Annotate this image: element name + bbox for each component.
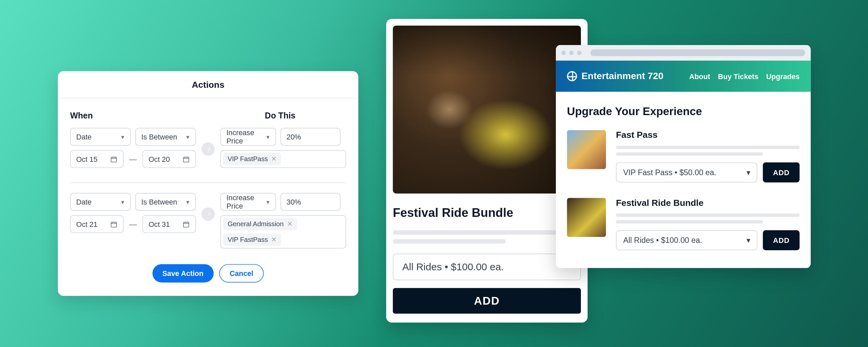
action-select[interactable]: Increase Price ▾ xyxy=(220,193,276,211)
tag-chip: VIP FastPass ✕ xyxy=(223,233,281,246)
tag-label: General Admission xyxy=(228,220,284,228)
operator-select[interactable]: Is Between ▾ xyxy=(135,193,196,211)
chevron-down-icon: ▾ xyxy=(267,198,270,206)
actions-card: Actions When Do This Date ▾ Is Between xyxy=(58,71,358,295)
operator-value: Is Between xyxy=(141,133,177,141)
arrow-right-icon xyxy=(201,143,215,156)
chevron-down-icon: ▾ xyxy=(121,198,125,206)
browser-window: Entertainment 720 About Buy Tickets Upgr… xyxy=(556,45,811,268)
chevron-down-icon: ▾ xyxy=(121,133,125,140)
bundle-add-button[interactable]: ADD xyxy=(393,288,581,314)
upgrade-option-value: VIP Fast Pass • $50.00 ea. xyxy=(623,168,716,177)
action-value: Increase Price xyxy=(226,193,262,210)
window-control-icon xyxy=(561,51,566,55)
svg-rect-3 xyxy=(183,222,189,226)
nav-buy-tickets[interactable]: Buy Tickets xyxy=(718,72,758,81)
date-from-value: Oct 21 xyxy=(76,220,97,228)
chevron-down-icon: ▾ xyxy=(746,236,750,245)
action-value: Increase Price xyxy=(226,128,262,145)
svg-rect-0 xyxy=(111,157,117,161)
upgrade-thumbnail xyxy=(567,130,606,169)
amount-value: 20% xyxy=(286,133,301,141)
nav-about[interactable]: About xyxy=(689,72,710,81)
tag-label: VIP FastPass xyxy=(228,155,268,163)
amount-input[interactable]: 20% xyxy=(280,128,341,146)
top-nav: About Buy Tickets Upgrades xyxy=(689,72,800,81)
condition-field-value: Date xyxy=(76,198,91,206)
skeleton-line xyxy=(616,153,763,156)
when-label: When xyxy=(70,111,196,120)
browser-chrome xyxy=(556,45,811,61)
cancel-button[interactable]: Cancel xyxy=(219,264,264,283)
condition-field-select[interactable]: Date ▾ xyxy=(70,128,131,146)
operator-select[interactable]: Is Between ▾ xyxy=(135,128,196,146)
calendar-icon xyxy=(110,221,118,228)
svg-rect-2 xyxy=(111,222,117,226)
tag-label: VIP FastPass xyxy=(228,236,268,244)
upgrade-add-button[interactable]: ADD xyxy=(763,162,800,183)
chevron-down-icon: ▾ xyxy=(746,168,750,177)
section-title: Upgrade Your Experience xyxy=(567,105,800,118)
range-dash: — xyxy=(128,220,138,228)
date-to-input[interactable]: Oct 31 xyxy=(143,215,196,233)
tag-input[interactable]: General Admission ✕ VIP FastPass ✕ xyxy=(220,215,346,249)
condition-field-select[interactable]: Date ▾ xyxy=(70,193,131,211)
skeleton-line xyxy=(616,214,800,217)
tag-chip: General Admission ✕ xyxy=(223,218,297,230)
action-select[interactable]: Increase Price ▾ xyxy=(220,128,276,146)
skeleton-line xyxy=(393,230,581,234)
upgrade-item: Fast Pass VIP Fast Pass • $50.00 ea. ▾ A… xyxy=(567,130,800,183)
date-from-value: Oct 15 xyxy=(76,155,97,163)
bundle-option-select[interactable]: All Rides • $100.00 ea. xyxy=(393,254,581,280)
address-bar[interactable] xyxy=(590,50,805,56)
remove-tag-icon[interactable]: ✕ xyxy=(271,236,277,244)
calendar-icon xyxy=(183,156,190,163)
window-control-icon xyxy=(569,51,574,55)
remove-tag-icon[interactable]: ✕ xyxy=(271,155,277,163)
brand: Entertainment 720 xyxy=(567,71,663,82)
brand-name: Entertainment 720 xyxy=(582,71,664,82)
amount-value: 30% xyxy=(286,198,301,206)
skeleton-line xyxy=(616,146,800,149)
amount-input[interactable]: 30% xyxy=(280,193,341,211)
upgrade-option-select[interactable]: All Rides • $100.00 ea. ▾ xyxy=(616,230,757,250)
bundle-option-value: All Rides • $100.00 ea. xyxy=(402,261,504,273)
window-control-icon xyxy=(577,51,581,55)
calendar-icon xyxy=(110,156,118,163)
tag-chip: VIP FastPass ✕ xyxy=(223,153,281,165)
date-to-value: Oct 31 xyxy=(149,220,170,228)
dothis-label: Do This xyxy=(265,111,296,120)
date-from-input[interactable]: Oct 21 xyxy=(70,215,124,233)
arrow-right-icon xyxy=(201,208,215,221)
operator-value: Is Between xyxy=(141,198,177,206)
date-to-value: Oct 20 xyxy=(149,155,170,163)
date-from-input[interactable]: Oct 15 xyxy=(70,150,124,168)
site-header: Entertainment 720 About Buy Tickets Upgr… xyxy=(556,61,811,92)
upgrade-name: Festival Ride Bundle xyxy=(616,198,800,208)
globe-icon xyxy=(567,71,577,81)
upgrade-item: Festival Ride Bundle All Rides • $100.00… xyxy=(567,198,800,250)
date-to-input[interactable]: Oct 20 xyxy=(143,150,196,168)
upgrade-add-button[interactable]: ADD xyxy=(763,230,800,250)
skeleton-line xyxy=(393,239,506,244)
chevron-down-icon: ▾ xyxy=(186,133,190,140)
upgrade-option-select[interactable]: VIP Fast Pass • $50.00 ea. ▾ xyxy=(616,162,757,183)
actions-title: Actions xyxy=(58,71,358,98)
calendar-icon xyxy=(183,221,190,228)
nav-upgrades[interactable]: Upgrades xyxy=(766,72,800,81)
condition-field-value: Date xyxy=(76,133,91,141)
rule-row: Date ▾ Is Between ▾ Oct 21 xyxy=(70,183,346,259)
upgrade-name: Fast Pass xyxy=(616,130,800,140)
upgrade-thumbnail xyxy=(567,198,606,237)
bundle-hero-image xyxy=(393,26,581,193)
chevron-down-icon: ▾ xyxy=(267,133,270,140)
bundle-title: Festival Ride Bundle xyxy=(393,206,581,220)
save-action-button[interactable]: Save Action xyxy=(152,264,213,283)
svg-rect-1 xyxy=(183,157,189,161)
range-dash: — xyxy=(128,155,138,163)
rule-row: Date ▾ Is Between ▾ Oct 15 xyxy=(70,128,346,182)
chevron-down-icon: ▾ xyxy=(186,198,190,206)
tag-input[interactable]: VIP FastPass ✕ xyxy=(220,150,346,168)
upgrade-option-value: All Rides • $100.00 ea. xyxy=(623,236,702,245)
remove-tag-icon[interactable]: ✕ xyxy=(287,220,293,228)
